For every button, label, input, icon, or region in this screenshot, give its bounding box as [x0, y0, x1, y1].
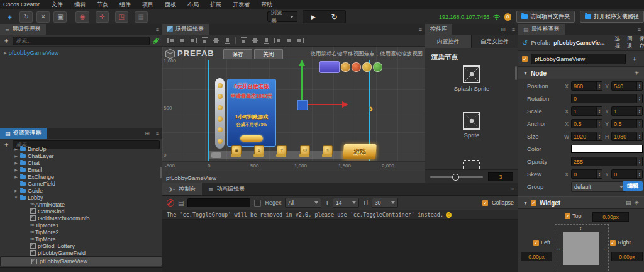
tree-item[interactable]: GameField	[0, 180, 162, 187]
tree-item[interactable]: ▶Guide	[0, 187, 162, 194]
skew-x-field[interactable]: 0	[571, 169, 602, 179]
scale-x-field[interactable]: 1	[571, 106, 602, 116]
position-y-field[interactable]: 540	[611, 81, 643, 91]
tree-item[interactable]: pfLobbyGameField	[0, 249, 162, 256]
expand-arrow-icon[interactable]: ▶	[14, 174, 18, 179]
font-size-select[interactable]: 14	[333, 198, 359, 208]
copy-icon[interactable]: ⊞	[497, 24, 509, 35]
expand-arrow-icon[interactable]: ▶	[4, 50, 7, 55]
stepper-icon[interactable]	[596, 107, 602, 115]
group-select[interactable]: default	[571, 181, 626, 192]
menu-layout[interactable]: 布局	[182, 1, 204, 9]
tree-item[interactable]: ▶Email	[0, 166, 162, 173]
add-component-icon[interactable]: ＋	[629, 54, 640, 64]
top-checkbox[interactable]: ✓	[565, 213, 570, 219]
widget-right-value-field[interactable]: 0.00px	[611, 252, 643, 261]
scale-y-field[interactable]: 1	[611, 106, 643, 116]
tree-item[interactable]: ▼Lobby	[0, 194, 162, 201]
expand-arrow-icon[interactable]: ▶	[14, 167, 18, 172]
log-level-select[interactable]: All	[285, 198, 321, 208]
widget-left-toggle[interactable]: ✓ Left	[533, 239, 550, 246]
node-active-checkbox[interactable]: ✓	[522, 56, 528, 62]
anchor-x-field[interactable]: 0.5	[571, 119, 602, 128]
align-bottom-icon[interactable]	[224, 37, 231, 44]
distribute-middle-icon[interactable]	[252, 37, 258, 44]
widget-top-toggle[interactable]: ✓ Top	[565, 213, 582, 219]
pivot-toggle-icon[interactable]: ◉	[75, 11, 89, 23]
splash-sprite-item[interactable]: Splash Sprite	[425, 65, 518, 92]
tree-item[interactable]: »»TipMore	[0, 235, 162, 242]
position-x-field[interactable]: 960	[571, 81, 602, 91]
hierarchy-tab[interactable]: ≣ 层级管理器	[0, 24, 46, 35]
panel-menu-icon[interactable]: ≡	[508, 183, 518, 195]
export-log-icon[interactable]: ▤	[178, 200, 184, 207]
group-edit-button[interactable]: 编辑	[623, 181, 643, 191]
distribute-top-icon[interactable]	[240, 37, 247, 44]
tree-item[interactable]: ▶ChatLayer	[0, 152, 162, 159]
align-middle-icon[interactable]	[213, 37, 219, 44]
skew-y-field[interactable]: 0	[611, 169, 643, 179]
expand-arrow-icon[interactable]: ▶	[14, 161, 18, 165]
hierarchy-search-input[interactable]	[13, 37, 150, 45]
tree-item[interactable]: GoldMatchRoomInfo	[0, 215, 162, 222]
refresh-button[interactable]: ↻	[331, 14, 338, 20]
line-count-select[interactable]: 30	[372, 198, 398, 208]
tree-item[interactable]: ▶ExChange	[0, 173, 162, 180]
prefab-revert-button[interactable]: 回退	[627, 35, 633, 50]
tab-builtin-widgets[interactable]: 内置控件	[425, 35, 472, 48]
collapse-arrow-icon[interactable]: ▼	[523, 201, 528, 205]
menu-project[interactable]: 项目	[136, 1, 159, 9]
assets-tab[interactable]: ▤ 资源管理器	[0, 128, 47, 139]
stepper-icon[interactable]	[636, 82, 642, 90]
console-log-area[interactable]: The 'cc.ToggleGroup' will be removed in …	[162, 210, 518, 272]
inspector-tab[interactable]: ▤ 属性检查器	[518, 24, 565, 35]
gizmo-x-axis[interactable]	[307, 104, 342, 105]
slider-knob[interactable]	[452, 174, 459, 181]
right-checkbox[interactable]: ✓	[610, 240, 616, 246]
thumbnail-size-slider[interactable]	[430, 176, 483, 178]
panel-menu-icon[interactable]: ≡	[509, 24, 518, 35]
rotation-mode-icon[interactable]: ◳	[115, 11, 128, 23]
expand-arrow-icon[interactable]: ▶	[14, 147, 18, 151]
color-swatch[interactable]	[571, 145, 643, 153]
tab-animation-editor[interactable]: ▦ 动画编辑器	[202, 183, 251, 195]
move-tool-icon[interactable]: ＋	[4, 12, 16, 22]
create-node-button[interactable]: ＋	[3, 36, 10, 45]
rotate-tool-icon[interactable]: ↻	[19, 11, 33, 23]
prefab-sync-icon[interactable]: ↺	[522, 39, 528, 47]
stepper-icon[interactable]	[636, 157, 642, 166]
anchor-y-field[interactable]: 0.5	[611, 119, 643, 128]
sprite-item[interactable]: Sprite	[425, 111, 518, 139]
tree-item[interactable]: »»AnmiRotate	[0, 201, 162, 208]
scene-canvas[interactable]: PREFAB 保存 关闭 使用鼠标右键平移视图焦点，使用滚轮缩放视图 1,000…	[162, 47, 425, 161]
tree-item[interactable]: ▶Chat	[0, 159, 162, 166]
node-section-header[interactable]: ▼ Node ✳	[518, 67, 644, 79]
align-hcenter-icon[interactable]	[179, 37, 186, 44]
expand-arrow-icon[interactable]: ▶	[14, 188, 18, 193]
menu-developer[interactable]: 开发者	[227, 1, 255, 9]
node-name-input[interactable]	[531, 54, 626, 64]
log-entry[interactable]: The 'cc.ToggleGroup' will be removed in …	[162, 210, 518, 220]
prefab-close-button[interactable]: 关闭	[254, 49, 283, 59]
stepper-icon[interactable]	[636, 170, 642, 178]
gear-icon[interactable]: ✳	[634, 70, 639, 76]
regex-checkbox[interactable]	[254, 200, 261, 207]
preview-browser-select[interactable]: 浏览器	[267, 11, 297, 22]
panel-menu-icon[interactable]: ≡	[416, 24, 425, 35]
prefab-save-button[interactable]: 保存	[640, 35, 644, 50]
widget-left-value-field[interactable]: 0.00px	[521, 252, 552, 261]
menu-extension[interactable]: 扩展	[204, 1, 227, 9]
menu-help[interactable]: 帮助	[255, 1, 278, 9]
opacity-field[interactable]: 255	[571, 157, 643, 166]
left-checkbox[interactable]: ✓	[533, 240, 539, 246]
rotation-field[interactable]: 0	[571, 94, 643, 103]
menu-component[interactable]: 组件	[114, 1, 136, 9]
notification-badge[interactable]: 0	[504, 13, 511, 21]
gear-icon[interactable]: ✳	[634, 200, 639, 206]
widget-section-header[interactable]: ▼ ✓ Widget ▤ ✳	[518, 196, 644, 209]
tree-item[interactable]: GameKind	[0, 208, 162, 215]
tree-item[interactable]: pfGlod_Lottery	[0, 242, 162, 249]
stepper-icon[interactable]	[636, 132, 642, 140]
link-prefab-icon[interactable]	[152, 37, 160, 45]
widget-enabled-checkbox[interactable]: ✓	[531, 200, 536, 206]
